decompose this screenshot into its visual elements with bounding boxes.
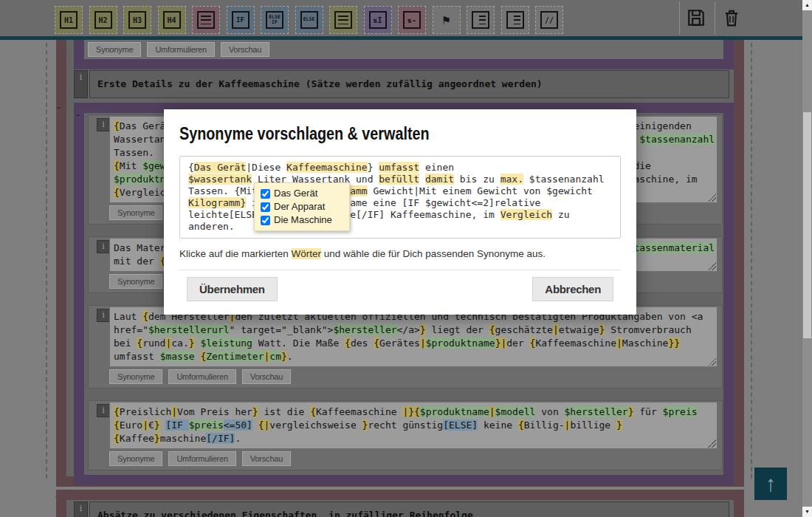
synonym-label: Die Maschine [274, 214, 332, 226]
synonym-label: Das Gerät [274, 188, 317, 199]
highlighted-token[interactable]: damit [425, 174, 454, 185]
cancel-button[interactable]: Abbrechen [532, 277, 613, 301]
text-token: einen [419, 162, 454, 173]
preview-line: Kilogramm} ist der $produktname eine [IF… [188, 197, 612, 209]
synonym-dropdown: Das GerätDer ApparatDie Maschine [254, 182, 350, 231]
highlighted-token[interactable]: Wörter [292, 248, 322, 259]
text-token: und wähle die für Dich passenden Synonym… [321, 248, 546, 259]
text-token: Klicke auf die markierten [179, 248, 292, 259]
text-token [419, 174, 425, 185]
highlighted-token[interactable]: Das Gerät [194, 162, 246, 173]
text-token: zu [552, 209, 569, 220]
synonym-label: Der Apparat [274, 201, 325, 213]
synonym-option[interactable]: Der Apparat [261, 200, 343, 213]
preview-line: {Das Gerät|Diese Kaffeemaschine} umfasst… [188, 162, 612, 174]
text-token: anderen. [188, 221, 235, 232]
sentence-preview-panel: {Das Gerät|Diese Kaffeemaschine} umfasst… [179, 156, 621, 239]
text-token: $tassenanzahl [523, 174, 605, 185]
synonym-dialog: Synonyme vorschlagen & verwalten {Das Ge… [164, 109, 636, 315]
apply-button[interactable]: Übernehmen [187, 277, 278, 301]
preview-line: anderen. [188, 221, 612, 233]
preview-lines: {Das Gerät|Diese Kaffeemaschine} umfasst… [188, 162, 612, 233]
preview-line: Tassen. {Mit $gewicht Kilogramm Gewicht|… [188, 185, 612, 197]
synonym-option[interactable]: Die Maschine [261, 213, 343, 227]
synonym-option[interactable]: Das Gerät [261, 187, 343, 200]
preview-line: leichte[ELSE] relativ schwere[/IF] Kaffe… [188, 209, 612, 221]
highlighted-token[interactable]: $wassertank [188, 174, 252, 185]
highlighted-token[interactable]: umfasst [379, 162, 419, 173]
text-token: bis zu [454, 174, 500, 185]
dialog-footer: Übernehmen Abbrechen [179, 277, 621, 301]
synonym-checkbox[interactable] [261, 189, 270, 199]
text-token: |Diese [246, 162, 286, 173]
text-token: { [188, 162, 194, 173]
text-token: } [368, 162, 379, 173]
synonym-checkbox[interactable] [261, 216, 270, 225]
highlighted-token[interactable]: befüllt [379, 174, 419, 185]
dialog-title: Synonyme vorschlagen & verwalten [179, 124, 559, 144]
app-window: H1H2H3H4IFELSE IFELSE⇅I⇅-⚑// SynonymeUmf… [0, 0, 812, 517]
highlighted-token[interactable]: Vergleich [500, 209, 552, 220]
dialog-divider [179, 270, 621, 270]
dialog-hint: Klicke auf die markierten Wörter und wäh… [179, 248, 621, 259]
highlighted-token[interactable]: Kilogramm} [188, 197, 246, 208]
highlighted-token[interactable]: max. [500, 174, 523, 185]
text-token: Gewicht|Mit einem Gewicht von $gewicht [368, 185, 593, 196]
highlighted-token[interactable]: Kaffeemaschine [286, 162, 368, 173]
synonym-checkbox[interactable] [261, 202, 270, 212]
preview-line: $wassertank Liter Wassertank und befüllt… [188, 174, 612, 185]
